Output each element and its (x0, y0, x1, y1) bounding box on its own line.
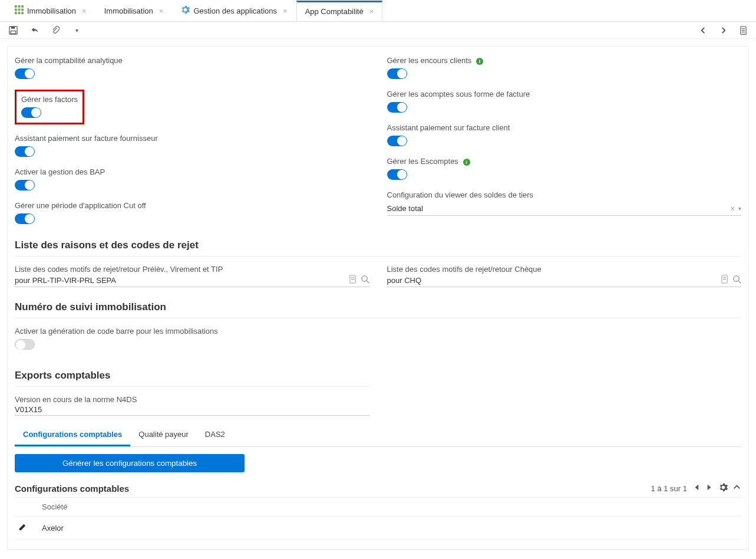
document-icon[interactable] (738, 25, 748, 35)
field-label: Gérer les acomptes sous forme de facture (387, 90, 530, 98)
svg-rect-7 (18, 12, 21, 14)
config-table-title: Configurations comptables (15, 484, 129, 494)
tab-immobilisation-2[interactable]: Immobilisation × (95, 1, 173, 21)
inner-tab-qualite[interactable]: Qualité payeur (130, 424, 197, 446)
field-label: Gérer les factors (21, 95, 78, 104)
tab-app-comptabilite[interactable]: App Comptabilité × (296, 1, 383, 21)
svg-rect-1 (18, 5, 21, 8)
field-label: Activer la gestion des BAP (15, 167, 105, 176)
tab-label: Gestion des applications (193, 6, 277, 15)
toggle-switch[interactable] (15, 180, 35, 190)
input-value: pour PRL-TIP-VIR-PRL SEPA (15, 276, 348, 285)
last-page-icon[interactable] (705, 483, 714, 494)
toggle-switch[interactable] (15, 213, 35, 224)
toggle-switch[interactable] (387, 136, 407, 146)
toggle-switch[interactable] (387, 102, 407, 113)
field-label: Assistant paiement sur facture fournisse… (15, 134, 158, 143)
svg-point-19 (361, 276, 367, 281)
field-cutoff-period: Gérer une période d'application Cut off (15, 201, 369, 224)
tab-gestion-applications[interactable]: Gestion des applications × (172, 0, 296, 21)
table-column-header[interactable]: Société (38, 498, 741, 517)
inner-tab-config[interactable]: Configurations comptables (15, 424, 130, 446)
field-client-outstanding: Gérer les encours clients i (387, 56, 742, 79)
field-label: Version en cours de la norme N4DS (15, 395, 137, 404)
field-label: Gérer les encours clients (387, 56, 472, 65)
toggle-switch[interactable] (15, 68, 35, 79)
section-title-reject: Liste des raisons et des codes de rejet (15, 239, 741, 257)
field-barcode-generation: Activer la génération de code barre pour… (15, 327, 741, 350)
close-icon[interactable]: × (369, 7, 374, 16)
prev-icon[interactable] (698, 25, 708, 35)
svg-rect-10 (11, 26, 15, 28)
save-icon[interactable] (8, 25, 18, 35)
tabs-bar: Immobilisation × Immobilisation × Gestio… (0, 0, 756, 22)
more-dropdown-icon[interactable]: ▾ (72, 25, 81, 35)
field-label: Configuration du viewer des soldes de ti… (387, 190, 534, 199)
info-icon[interactable]: i (463, 159, 470, 166)
svg-rect-5 (21, 9, 24, 11)
table-row[interactable]: Axelor (15, 517, 741, 540)
tab-label: App Comptabilité (305, 7, 364, 16)
toggle-switch[interactable] (21, 107, 41, 118)
field-supplier-payment-wizard: Assistant paiement sur facture fournisse… (15, 134, 369, 157)
toggle-switch[interactable] (387, 169, 407, 180)
search-icon[interactable] (732, 275, 741, 285)
select-input[interactable]: Solde total × ▾ (387, 202, 742, 216)
field-viewer-config: Configuration du viewer des soldes de ti… (387, 190, 742, 216)
chevron-up-icon[interactable] (732, 483, 741, 494)
inner-tab-das2[interactable]: DAS2 (197, 424, 233, 446)
attachment-icon[interactable] (51, 25, 60, 35)
paging-label: 1 à 1 sur 1 (651, 484, 687, 493)
undo-icon[interactable] (29, 25, 39, 35)
clear-icon[interactable]: × (730, 204, 735, 213)
text-input[interactable]: V01X15 (15, 404, 369, 416)
next-icon[interactable] (718, 25, 728, 35)
field-label: Gérer les Escomptes (387, 157, 458, 166)
close-icon[interactable]: × (82, 6, 87, 15)
section-title-immo: Numéro de suivi immobilisation (15, 301, 741, 318)
document-icon[interactable] (720, 275, 729, 285)
input-value: pour CHQ (387, 276, 721, 285)
select-value: Solde total (387, 204, 731, 213)
lookup-input[interactable]: pour CHQ (387, 274, 742, 287)
config-table: Société Axelor (15, 498, 741, 540)
field-deposit-invoice: Gérer les acomptes sous forme de facture (387, 90, 742, 113)
first-page-icon[interactable] (692, 483, 701, 494)
generate-config-button[interactable]: Générer les configurations comptables (15, 454, 245, 472)
svg-point-24 (734, 276, 739, 281)
field-label: Gérer une période d'application Cut off (15, 201, 146, 210)
toggle-switch[interactable] (15, 146, 35, 157)
toggle-switch[interactable] (387, 68, 407, 79)
tab-immobilisation-1[interactable]: Immobilisation × (6, 0, 95, 21)
inner-tabs: Configurations comptables Qualité payeur… (15, 424, 741, 447)
chevron-down-icon[interactable]: ▾ (738, 205, 741, 212)
highlighted-field-factors: Gérer les factors (15, 90, 84, 124)
lookup-input[interactable]: pour PRL-TIP-VIR-PRL SEPA (15, 274, 369, 287)
close-icon[interactable]: × (159, 6, 164, 15)
input-value: V01X15 (15, 405, 369, 414)
svg-rect-3 (15, 9, 17, 11)
svg-rect-11 (11, 31, 15, 34)
toolbar: ▾ (0, 22, 756, 39)
edit-icon[interactable] (18, 524, 27, 533)
main-card: Gérer la comptabilité analytique Gérer l… (7, 46, 749, 550)
grid-icon (15, 5, 24, 16)
tab-label: Immobilisation (104, 6, 153, 15)
document-icon[interactable] (348, 275, 357, 285)
svg-rect-6 (15, 12, 17, 14)
table-cell: Axelor (38, 517, 741, 540)
tab-label: Immobilisation (27, 6, 76, 15)
toggle-switch[interactable] (15, 339, 35, 350)
gear-icon[interactable] (719, 483, 728, 494)
svg-line-20 (367, 281, 369, 283)
search-icon[interactable] (361, 275, 369, 285)
section-title-export: Exports comptables (15, 370, 369, 387)
close-icon[interactable]: × (283, 6, 288, 15)
field-client-payment-wizard: Assistant paiement sur facture client (387, 123, 742, 146)
svg-rect-8 (21, 12, 24, 14)
field-label: Gérer la comptabilité analytique (15, 56, 123, 65)
svg-rect-4 (18, 9, 21, 11)
svg-rect-2 (21, 5, 24, 8)
info-icon[interactable]: i (476, 58, 483, 65)
field-label: Liste des codes motifs de rejet/retour C… (387, 265, 542, 274)
